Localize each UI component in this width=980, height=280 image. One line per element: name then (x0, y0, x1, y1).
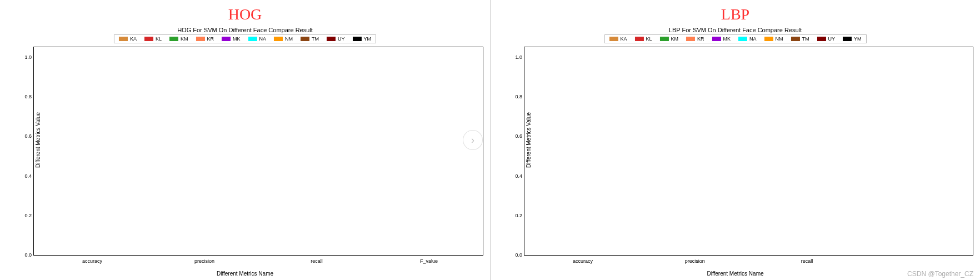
legend-swatch (712, 37, 721, 41)
legend-swatch (686, 37, 695, 41)
legend-swatch (738, 37, 747, 41)
legend-item: KM (169, 36, 188, 42)
legend-swatch (119, 37, 128, 41)
panel-subtitle: LBP For SVM On Different Face Compare Re… (669, 27, 802, 33)
y-tick: 0.0 (515, 252, 522, 258)
panel-big-title: LBP (721, 6, 749, 23)
y-tick: 1.0 (24, 54, 32, 60)
legend-item: NM (764, 36, 783, 42)
x-tick: recall (311, 258, 323, 264)
x-axis-label: Different Metrics Name (707, 271, 763, 277)
carousel-next-button[interactable]: › (463, 130, 483, 150)
x-tick: F_value (420, 258, 438, 264)
y-tick: 0.8 (515, 94, 522, 99)
legend-label: KL (646, 36, 652, 42)
legend-label: KA (130, 36, 137, 42)
legend-item: KA (119, 36, 137, 42)
legend-item: NA (248, 36, 267, 42)
legend-swatch (609, 37, 618, 41)
x-tick: precision (685, 258, 705, 264)
legend-swatch (196, 37, 204, 41)
legend-label: UY (828, 36, 836, 42)
legend-item: MK (712, 36, 731, 42)
plot-frame: 0.00.20.40.60.81.0accuracyprecisionrecal… (33, 47, 483, 256)
plot-area: 0.00.20.40.60.81.0accuracyprecisionrecal… (34, 47, 483, 255)
chart-panel-lbp: LBP LBP For SVM On Different Face Compar… (490, 0, 980, 280)
legend-item: NA (738, 36, 757, 42)
legend-item: KL (634, 36, 652, 42)
legend-swatch (222, 37, 231, 41)
legend-item: TM (301, 36, 319, 42)
legend-swatch (817, 37, 826, 41)
watermark-text: CSDN @Together_CZ (907, 270, 973, 278)
y-tick: 0.2 (24, 213, 32, 218)
legend-label: UY (338, 36, 345, 42)
legend-item: KR (196, 36, 214, 42)
panel-subtitle: HOG For SVM On Different Face Compare Re… (177, 27, 313, 33)
legend-item: YM (843, 36, 862, 42)
legend-label: YM (854, 36, 862, 42)
legend-label: KM (671, 36, 678, 42)
chart-panel-hog: HOG HOG For SVM On Different Face Compar… (0, 0, 490, 280)
legend-label: TM (802, 36, 809, 42)
legend-label: KM (181, 36, 188, 42)
legend-item: NM (274, 36, 293, 42)
legend-swatch (353, 37, 362, 41)
x-tick: accuracy (573, 258, 593, 264)
chevron-right-icon: › (471, 134, 474, 146)
legend-item: KR (686, 36, 704, 42)
x-tick: recall (801, 258, 813, 264)
legend-item: YM (353, 36, 372, 42)
legend-item: KM (659, 36, 678, 42)
y-tick: 0.6 (515, 133, 522, 139)
legend-label: NA (259, 36, 267, 42)
legend-label: KR (697, 36, 704, 42)
legend-swatch (659, 37, 668, 41)
x-tick: accuracy (82, 258, 102, 264)
x-tick: precision (194, 258, 214, 264)
legend-label: MK (233, 36, 241, 42)
legend-item: KL (144, 36, 162, 42)
y-tick: 0.4 (24, 173, 32, 179)
y-tick: 0.2 (515, 213, 522, 218)
legend-label: YM (364, 36, 372, 42)
legend-swatch (248, 37, 257, 41)
legend-item: TM (791, 36, 809, 42)
legend-swatch (144, 37, 153, 41)
legend-label: MK (723, 36, 731, 42)
legend: KAKLKMKRMKNANMTMUYYM (114, 34, 376, 43)
legend-item: MK (222, 36, 241, 42)
legend-swatch (843, 37, 852, 41)
legend-item: UY (327, 36, 345, 42)
plot-frame: 0.00.20.40.60.81.0accuracyprecisionrecal… (524, 47, 973, 256)
legend-swatch (791, 37, 800, 41)
x-axis-label: Different Metrics Name (217, 271, 273, 277)
y-tick: 0.0 (24, 252, 32, 258)
legend-label: KL (156, 36, 162, 42)
legend-label: KR (207, 36, 214, 42)
legend-label: NM (285, 36, 293, 42)
plot-area: 0.00.20.40.60.81.0accuracyprecisionrecal… (524, 47, 973, 255)
legend: KAKLKMKRMKNANMTMUYYM (604, 34, 866, 43)
legend-swatch (327, 37, 336, 41)
legend-swatch (169, 37, 178, 41)
legend-label: TM (312, 36, 319, 42)
legend-label: NM (776, 36, 783, 42)
y-tick: 0.4 (515, 173, 522, 179)
y-tick: 0.6 (24, 133, 32, 139)
legend-label: NA (749, 36, 757, 42)
legend-swatch (764, 37, 773, 41)
legend-swatch (274, 37, 283, 41)
y-tick: 0.8 (24, 94, 32, 99)
y-tick: 1.0 (515, 54, 522, 60)
legend-item: UY (817, 36, 836, 42)
legend-swatch (301, 37, 309, 41)
legend-item: KA (609, 36, 627, 42)
legend-label: KA (620, 36, 627, 42)
legend-swatch (634, 37, 643, 41)
panel-big-title: HOG (228, 6, 262, 23)
